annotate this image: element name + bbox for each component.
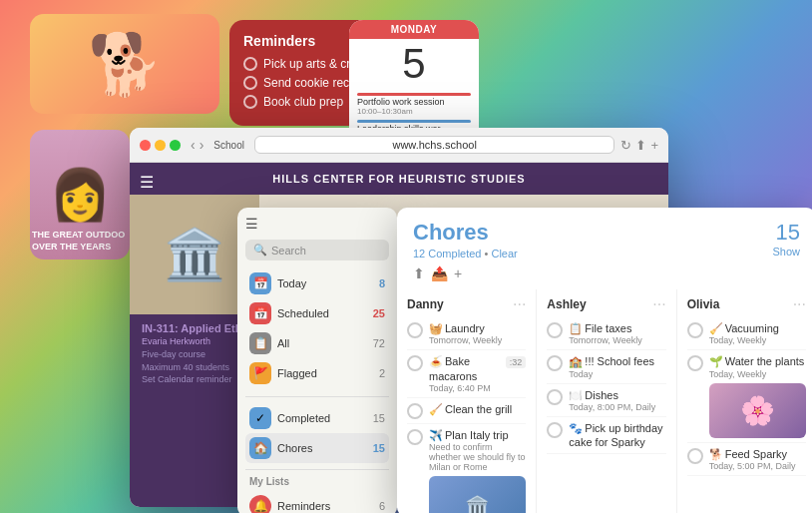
search-bar[interactable]: 🔍 Search bbox=[245, 240, 389, 260]
minimize-button[interactable] bbox=[155, 140, 166, 151]
task-circle-schoolfees[interactable] bbox=[547, 355, 563, 371]
school-menu-icon[interactable]: ☰ bbox=[140, 173, 154, 192]
chores-title: Chores bbox=[413, 220, 518, 246]
italy-image: 🏛️ bbox=[429, 476, 526, 513]
all-icon: 📋 bbox=[249, 332, 271, 354]
maximize-button[interactable] bbox=[170, 140, 181, 151]
task-circle-vacuuming[interactable] bbox=[687, 322, 703, 338]
list-item-reminders[interactable]: 🔔 Reminders 6 bbox=[245, 491, 389, 513]
reminders-sidebar: ☰ 🔍 Search 📅 Today 8 📅 Scheduled 25 bbox=[237, 208, 397, 513]
task-circle-laundry[interactable] bbox=[407, 322, 423, 338]
col-ashley-more[interactable]: ··· bbox=[652, 295, 665, 313]
chores-toolbar: ⬆ 📤 + bbox=[397, 265, 812, 289]
task-water-plants: 🌱Water the plants Today, Weekly 🌸 bbox=[687, 350, 806, 442]
task-italy: ✈️Plan Italy trip Need to confirm whethe… bbox=[407, 424, 526, 513]
reload-icon[interactable]: ↻ bbox=[620, 138, 631, 153]
chores-columns: Danny ··· 🧺Laundry Tomorrow, Weekly 🍝Bak… bbox=[397, 289, 812, 513]
smart-list-completed[interactable]: ✓ Completed 15 bbox=[245, 403, 389, 433]
column-ashley: Ashley ··· 📋File taxes Tomorrow, Weekly … bbox=[537, 289, 676, 513]
divider-1 bbox=[245, 396, 389, 397]
task-macarons: 🍝Bake macarons Today, 6:40 PM :32 bbox=[407, 350, 526, 398]
course-id: IN-311: bbox=[142, 322, 179, 334]
chores-show-button[interactable]: Show bbox=[772, 246, 800, 257]
calendar-day: MONDAY bbox=[349, 20, 479, 39]
task-laundry: 🧺Laundry Tomorrow, Weekly bbox=[407, 317, 526, 350]
sidebar-menu-icon[interactable]: ☰ bbox=[245, 216, 389, 232]
chores-total-count: 15 bbox=[772, 220, 800, 246]
task-filetaxes: 📋File taxes Tomorrow, Weekly bbox=[547, 317, 665, 350]
task-circle-grill[interactable] bbox=[407, 403, 423, 419]
add-button[interactable]: + bbox=[454, 265, 462, 281]
smart-lists: 📅 Today 8 📅 Scheduled 25 📋 All 72 bbox=[245, 268, 389, 388]
task-circle-dishes[interactable] bbox=[547, 389, 563, 405]
task-circle-sparky-cake[interactable] bbox=[547, 422, 563, 438]
smart-list-scheduled[interactable]: 📅 Scheduled 25 bbox=[245, 298, 389, 328]
browser-toolbar: ‹ › School www.hchs.school ↻ ⬆ + bbox=[130, 128, 668, 163]
flagged-icon: 🚩 bbox=[249, 362, 271, 384]
task-feed-sparky: 🐕Feed Sparky Today, 5:00 PM, Daily bbox=[687, 443, 806, 476]
traffic-lights bbox=[140, 140, 181, 151]
close-button[interactable] bbox=[140, 140, 151, 151]
reminders-app: ☰ 🔍 Search 📅 Today 8 📅 Scheduled 25 bbox=[237, 208, 397, 513]
task-grill: 🧹Clean the grill bbox=[407, 398, 526, 424]
task-circle-italy[interactable] bbox=[407, 429, 423, 445]
chores-icon: 🏠 bbox=[249, 437, 271, 459]
flowers-photo: 🌸 bbox=[709, 383, 806, 438]
smart-list-flagged[interactable]: 🚩 Flagged 2 bbox=[245, 358, 389, 388]
reminder-circle-3 bbox=[243, 95, 257, 109]
divider-2 bbox=[245, 469, 389, 470]
tab-school[interactable]: School bbox=[209, 140, 248, 151]
column-danny: Danny ··· 🧺Laundry Tomorrow, Weekly 🍝Bak… bbox=[397, 289, 537, 513]
task-circle-filetaxes[interactable] bbox=[547, 322, 563, 338]
back-button[interactable]: ‹ bbox=[191, 137, 196, 153]
calendar-event-1: Portfolio work session 10:00–10:30am bbox=[357, 93, 471, 116]
smart-list-today[interactable]: 📅 Today 8 bbox=[245, 268, 389, 298]
task-sparky-cake: 🐾Pick up birthday cake for Sparky bbox=[547, 417, 665, 455]
task-vacuuming: 🧹Vacuuming Today, Weekly bbox=[687, 317, 806, 350]
search-placeholder: Search bbox=[271, 245, 306, 256]
browser-actions: ↻ ⬆ + bbox=[620, 138, 658, 153]
calendar-date: 5 bbox=[349, 39, 479, 89]
chores-subtitle: 12 Completed • Clear bbox=[413, 248, 518, 259]
chores-header: Chores 12 Completed • Clear 15 Show bbox=[397, 208, 812, 265]
share-icon[interactable]: ⬆ bbox=[635, 138, 646, 153]
task-circle-macarons[interactable] bbox=[407, 355, 423, 371]
dog-widget: 🐕 bbox=[30, 14, 219, 114]
school-name: HILLS CENTER FOR HEURISTIC STUDIES bbox=[130, 163, 668, 195]
reminder-circle-1 bbox=[243, 57, 257, 71]
person-emoji: 👩 bbox=[49, 166, 111, 224]
outdoor-text: THE GREAT OUTDOO OVER THE YEARS bbox=[32, 230, 125, 253]
address-bar[interactable]: www.hchs.school bbox=[254, 136, 614, 154]
export-button[interactable]: 📤 bbox=[431, 265, 448, 281]
my-lists-title: My Lists bbox=[245, 476, 389, 487]
col-ashley-name: Ashley bbox=[547, 297, 586, 311]
list-icon-reminders: 🔔 bbox=[249, 495, 271, 513]
col-danny-name: Danny bbox=[407, 297, 444, 311]
completed-icon: ✓ bbox=[249, 407, 271, 429]
today-icon: 📅 bbox=[249, 272, 271, 294]
column-olivia: Olivia ··· 🧹Vacuuming Today, Weekly 🌱Wat… bbox=[677, 289, 812, 513]
add-tab-icon[interactable]: + bbox=[650, 138, 658, 153]
smart-list-all[interactable]: 📋 All 72 bbox=[245, 328, 389, 358]
browser-nav: ‹ › bbox=[191, 137, 203, 153]
task-dishes: 🍽️Dishes Today, 8:00 PM, Daily bbox=[547, 384, 665, 417]
col-olivia-name: Olivia bbox=[687, 297, 720, 311]
search-icon: 🔍 bbox=[253, 244, 267, 256]
dog-emoji: 🐕 bbox=[30, 14, 219, 114]
share-button[interactable]: ⬆ bbox=[413, 265, 425, 281]
reminders-widget-title: Reminders bbox=[243, 33, 315, 49]
smart-list-chores[interactable]: 🏠 Chores 15 bbox=[245, 433, 389, 463]
scheduled-icon: 📅 bbox=[249, 302, 271, 324]
col-danny-more[interactable]: ··· bbox=[513, 295, 526, 313]
task-circle-water-plants[interactable] bbox=[687, 355, 703, 371]
forward-button[interactable]: › bbox=[200, 137, 204, 153]
reminder-circle-2 bbox=[243, 76, 257, 90]
task-schoolfees: 🏫!!! School fees Today bbox=[547, 350, 665, 383]
task-time-badge: :32 bbox=[506, 356, 527, 368]
col-olivia-more[interactable]: ··· bbox=[793, 295, 806, 313]
task-circle-feed-sparky[interactable] bbox=[687, 448, 703, 464]
chores-panel: Chores 12 Completed • Clear 15 Show ⬆ 📤 … bbox=[397, 208, 812, 513]
